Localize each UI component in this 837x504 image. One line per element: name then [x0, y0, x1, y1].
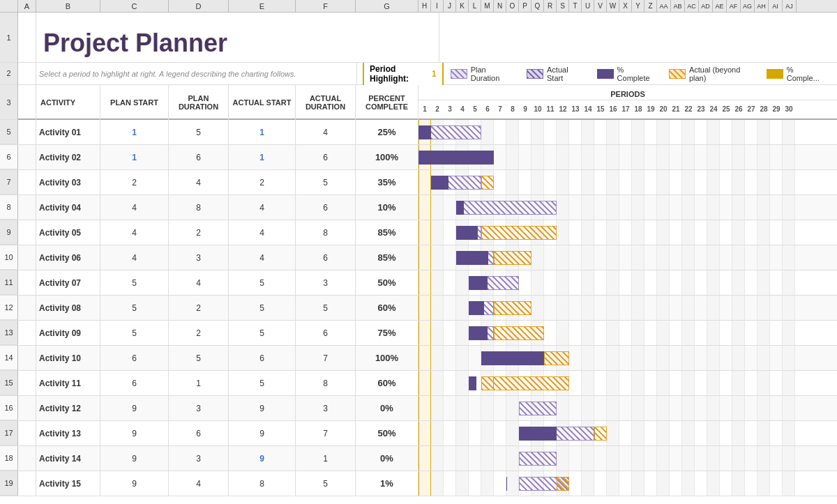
actual-complete-bar [469, 276, 488, 290]
col-c: C [100, 0, 169, 12]
table-row: 6Activity 021616100% [0, 145, 837, 170]
plan-start-value: 4 [103, 228, 165, 238]
gantt-chart-cell [418, 371, 837, 395]
period-highlight-box[interactable]: Period Highlight: 1 [363, 63, 444, 85]
plan-duration-value: 6 [172, 429, 225, 438]
plan-duration-value: 2 [172, 328, 225, 338]
header-activity: ACTIVITY [36, 85, 100, 120]
col-s: S [557, 0, 569, 12]
legend-pct-complete2-icon [767, 69, 783, 79]
percent-complete-value: 0% [359, 403, 415, 413]
col-af: AF [727, 0, 741, 12]
beyond-plan-bar [557, 477, 569, 491]
col-q: Q [531, 0, 544, 12]
plan-duration-value: 4 [172, 479, 225, 489]
row-num-13: 13 [0, 321, 18, 345]
plan-start-value: 6 [103, 379, 165, 388]
gantt-chart-cell [418, 220, 837, 245]
col-x: X [619, 0, 632, 12]
gantt-chart-cell [418, 396, 837, 420]
table-row: 10Activity 06434685% [0, 245, 837, 270]
plan-duration-value: 2 [172, 228, 225, 238]
actual-duration-value: 1 [299, 454, 352, 464]
col-w: W [607, 0, 619, 12]
cell-a-14 [18, 346, 36, 370]
actual-start-value: 9 [232, 404, 292, 413]
periods-label: PERIODS [418, 87, 837, 100]
actual-complete-bar [469, 326, 488, 340]
period-num-27: 27 [745, 105, 757, 113]
period-num-19: 19 [644, 105, 657, 113]
percent-complete-value: 100% [359, 152, 415, 162]
col-ab: AB [671, 0, 685, 12]
subtitle-text: Select a period to highlight at right. A… [39, 70, 296, 78]
period-num-26: 26 [732, 105, 745, 113]
period-num-1: 1 [418, 105, 431, 113]
activity-name: Activity 07 [39, 278, 81, 288]
table-row: 11Activity 07545350% [0, 270, 837, 296]
cell-a1 [18, 13, 36, 63]
period-num-21: 21 [670, 105, 682, 113]
plan-start-value: 5 [103, 278, 165, 288]
header-actual-duration: ACTUAL DURATION [296, 85, 356, 120]
legend-beyond-plan-icon [669, 69, 686, 79]
actual-start-value: 4 [232, 228, 292, 238]
legend-actual-start-icon [527, 69, 543, 79]
period-num-4: 4 [456, 105, 469, 113]
col-ag: AG [741, 0, 755, 12]
row-num-18: 18 [0, 446, 18, 471]
period-num-10: 10 [531, 105, 544, 113]
row-num-15: 15 [0, 371, 18, 395]
legend-pct-complete-icon [597, 69, 614, 79]
header-actual-start: ACTUAL START [229, 85, 296, 120]
plan-start-value: 9 [103, 479, 165, 489]
spreadsheet-container: A B C D E F G H I J K L M N O P Q R S T … [0, 0, 837, 504]
data-rows-container: 5Activity 01151425%6Activity 021616100%7… [0, 120, 837, 496]
legend-beyond-plan-label: Actual (beyond plan) [689, 66, 750, 82]
legend-plan-icon [451, 69, 467, 79]
legend-actual-start-label: Actual Start [547, 66, 580, 82]
gantt-chart-cell [418, 195, 837, 220]
legend-controls: Period Highlight: 1 Plan Duration Actual… [357, 63, 837, 85]
cell-a-13 [18, 321, 36, 345]
col-o: O [506, 0, 519, 12]
activity-name: Activity 10 [39, 353, 81, 363]
actual-start-value: 5 [232, 379, 292, 388]
col-t: T [569, 0, 582, 12]
cell-a-19 [18, 471, 36, 496]
gantt-chart-cell [418, 270, 837, 295]
plan-duration-value: 3 [172, 404, 225, 413]
col-b: B [36, 0, 100, 12]
col-l: L [469, 0, 481, 12]
period-num-7: 7 [494, 105, 506, 113]
actual-duration-value: 6 [299, 253, 352, 263]
table-row: 5Activity 01151425% [0, 120, 837, 145]
actual-complete-bar [469, 376, 476, 390]
beyond-plan-bar [494, 301, 531, 315]
actual-duration-value: 8 [299, 379, 352, 388]
col-m: M [481, 0, 494, 12]
col-ai: AI [769, 0, 783, 12]
cell-a-11 [18, 270, 36, 295]
col-ad: AD [699, 0, 713, 12]
actual-start-value: 1 [232, 153, 292, 162]
beyond-plan-bar [481, 176, 494, 190]
header-plan-duration: PLAN DURATION [169, 85, 229, 120]
period-num-6: 6 [481, 105, 494, 113]
title-cell: Project Planner [36, 13, 439, 63]
gantt-chart-cell [418, 421, 837, 445]
period-num-14: 14 [582, 105, 594, 113]
col-j: J [444, 0, 456, 12]
period-numbers-row: 1234567891011121314151617181920212223242… [418, 100, 837, 118]
activity-name: Activity 12 [39, 404, 81, 413]
percent-complete-value: 75% [359, 328, 415, 338]
col-a: A [18, 0, 36, 12]
gantt-chart-cell [418, 471, 837, 496]
cell-a-15 [18, 371, 36, 395]
corner-cell [0, 0, 18, 12]
row-num-10: 10 [0, 245, 18, 270]
beyond-plan-bar [594, 427, 607, 441]
actual-duration-value: 5 [299, 178, 352, 188]
col-u: U [582, 0, 594, 12]
beyond-plan-bar [481, 226, 557, 240]
